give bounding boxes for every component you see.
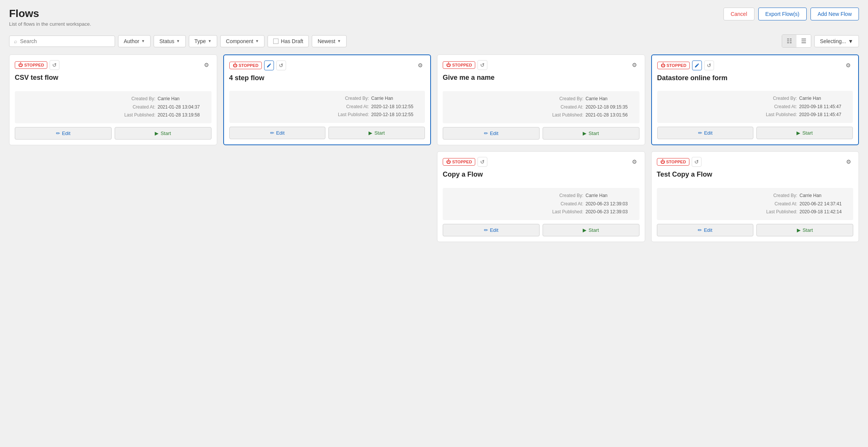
edit-button[interactable]: ✏ Edit — [443, 127, 540, 140]
newest-chevron-icon: ▼ — [337, 39, 341, 43]
list-view-button[interactable]: ☰ — [796, 35, 811, 47]
flow-meta-row: Created At:2020-12-18 10:12:55 — [234, 103, 421, 111]
status-filter-label: Status — [159, 38, 174, 44]
flow-card-give-me-a-name: ⏻ STOPPED↺⚙Give me a nameCreated By:Carr… — [437, 54, 645, 145]
meta-label: Last Published: — [549, 111, 583, 120]
edit-button[interactable]: ✏ Edit — [657, 224, 754, 236]
edit-button[interactable]: ✏ Edit — [657, 127, 754, 139]
edit-icon: ✏ — [698, 130, 702, 136]
empty-cell-1 — [9, 151, 217, 242]
refresh-icon[interactable]: ↺ — [276, 61, 286, 70]
refresh-icon[interactable]: ↺ — [692, 157, 702, 167]
flow-card-4-step-flow: ⏻ STOPPED↺⚙4 step flowCreated By:Carrie … — [223, 54, 431, 145]
start-icon: ▶ — [369, 130, 372, 136]
start-button[interactable]: ▶ Start — [115, 127, 212, 140]
edit-button[interactable]: ✏ Edit — [15, 127, 112, 140]
refresh-icon[interactable]: ↺ — [50, 60, 59, 70]
gear-icon[interactable]: ⚙ — [630, 157, 639, 167]
search-input[interactable] — [20, 38, 110, 44]
start-button[interactable]: ▶ Start — [543, 127, 639, 140]
edit-button[interactable]: ✏ Edit — [229, 127, 326, 139]
has-draft-button[interactable]: Has Draft — [268, 35, 309, 47]
status-filter-button[interactable]: Status ▼ — [154, 35, 186, 47]
power-icon: ⏻ — [446, 159, 451, 165]
edit-icon: ✏ — [270, 130, 274, 136]
selecting-button[interactable]: Selecting... ▼ — [814, 35, 859, 47]
edit-button[interactable]: ✏ Edit — [443, 224, 540, 236]
gear-icon[interactable]: ⚙ — [843, 157, 853, 167]
start-button[interactable]: ▶ Start — [543, 224, 639, 236]
component-filter-button[interactable]: Component ▼ — [220, 35, 264, 47]
cancel-button[interactable]: Cancel — [723, 8, 754, 20]
status-badge: ⏻ STOPPED — [15, 61, 47, 69]
flow-meta-row: Last Published:2021-01-28 13:19:58 — [19, 111, 207, 120]
power-icon: ⏻ — [660, 159, 665, 165]
author-chevron-icon: ▼ — [141, 39, 145, 43]
flow-card-header-left: ⏻ STOPPED↺ — [443, 157, 487, 167]
header-left: Flows List of flows in the current works… — [9, 8, 91, 27]
edit-icon: ✏ — [484, 130, 488, 136]
start-button[interactable]: ▶ Start — [756, 224, 853, 236]
status-label: STOPPED — [239, 63, 258, 68]
status-badge: ⏻ STOPPED — [657, 62, 690, 69]
author-filter-button[interactable]: Author ▼ — [118, 35, 151, 47]
flow-card-copy-a-flow: ⏻ STOPPED↺⚙Copy a FlowCreated By:Carrie … — [437, 151, 645, 242]
gear-icon[interactable]: ⚙ — [415, 61, 425, 70]
flows-grid-row2: ⏻ STOPPED↺⚙Copy a FlowCreated By:Carrie … — [9, 151, 859, 248]
has-draft-checkbox[interactable] — [273, 39, 278, 44]
type-filter-button[interactable]: Type ▼ — [189, 35, 217, 47]
page-title: Flows — [9, 8, 91, 20]
flow-card-header-left: ⏻ STOPPED↺ — [657, 157, 702, 167]
start-icon: ▶ — [796, 130, 800, 136]
flow-meta: Created By:Carrie HanCreated At:2020-09-… — [657, 91, 853, 123]
edit-pencil-icon[interactable] — [692, 61, 702, 70]
meta-value: 2020-09-18 11:45:47 — [799, 103, 848, 111]
edit-icon: ✏ — [484, 227, 488, 233]
status-label: STOPPED — [24, 63, 44, 67]
add-new-flow-button[interactable]: Add New Flow — [810, 8, 859, 20]
flow-card-header: ⏻ STOPPED↺⚙ — [229, 61, 425, 70]
meta-value: Carrie Han — [800, 192, 849, 200]
start-button[interactable]: ▶ Start — [756, 127, 853, 139]
flow-card-test-copy-a-flow: ⏻ STOPPED↺⚙Test Copy a FlowCreated By:Ca… — [651, 151, 859, 242]
start-button[interactable]: ▶ Start — [328, 127, 425, 139]
flow-actions: ✏ Edit▶ Start — [229, 127, 425, 139]
view-toggle: ☷ ☰ — [782, 34, 811, 48]
flow-title: CSV test flow — [15, 74, 212, 87]
power-icon: ⏻ — [661, 63, 665, 68]
flow-meta-row: Last Published:2020-06-23 12:39:03 — [447, 208, 635, 216]
status-badge: ⏻ STOPPED — [657, 158, 689, 166]
flow-meta-row: Created By:Carrie Han — [234, 95, 421, 103]
refresh-icon[interactable]: ↺ — [478, 60, 487, 70]
gear-icon[interactable]: ⚙ — [630, 60, 639, 70]
gear-icon[interactable]: ⚙ — [843, 61, 853, 70]
grid-view-button[interactable]: ☷ — [782, 35, 796, 47]
power-icon: ⏻ — [233, 63, 237, 68]
meta-value: 2021-01-28 13:19:58 — [158, 111, 207, 120]
flow-meta-row: Created At:2020-06-23 12:39:03 — [447, 200, 635, 208]
newest-filter-button[interactable]: Newest ▼ — [312, 35, 347, 47]
refresh-icon[interactable]: ↺ — [478, 157, 487, 167]
gear-icon[interactable]: ⚙ — [202, 60, 212, 70]
flow-card-header: ⏻ STOPPED↺⚙ — [15, 60, 212, 70]
meta-label: Created By: — [763, 95, 797, 103]
meta-label: Created By: — [549, 192, 583, 200]
meta-label: Last Published: — [121, 111, 156, 120]
flow-card-header: ⏻ STOPPED↺⚙ — [443, 157, 639, 167]
edit-pencil-icon[interactable] — [264, 61, 274, 70]
meta-value: 2020-12-18 09:15:35 — [586, 103, 635, 112]
flow-actions: ✏ Edit▶ Start — [15, 127, 212, 140]
export-flows-button[interactable]: Export Flow(s) — [758, 8, 807, 20]
flow-title: Datastore online form — [657, 74, 853, 87]
meta-label: Created At: — [549, 103, 583, 112]
flow-meta: Created By:Carrie HanCreated At:2020-12-… — [229, 91, 425, 123]
power-icon: ⏻ — [18, 62, 23, 68]
meta-label: Last Published: — [335, 111, 369, 119]
refresh-icon[interactable]: ↺ — [704, 61, 714, 70]
meta-label: Created By: — [121, 95, 156, 103]
flow-title: Give me a name — [443, 74, 639, 87]
search-icon: ⌕ — [14, 38, 17, 44]
search-box[interactable]: ⌕ — [9, 36, 115, 47]
type-chevron-icon: ▼ — [208, 39, 212, 43]
page-subtitle: List of flows in the current workspace. — [9, 21, 91, 27]
